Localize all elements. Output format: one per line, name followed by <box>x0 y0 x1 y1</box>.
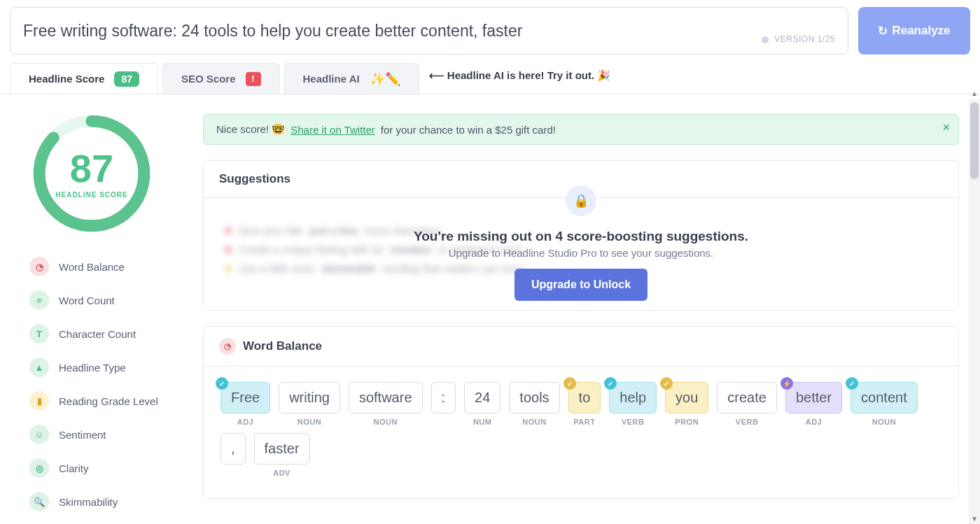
word-token: softwareNOUN <box>349 382 423 426</box>
word-token: , <box>220 433 246 477</box>
word-pos: NOUN <box>298 418 321 426</box>
word-box: tools <box>509 382 559 413</box>
headline-score-badge: 87 <box>114 71 139 87</box>
nav-icon: ◔ <box>29 257 49 276</box>
nav-item-character-count[interactable]: TCharacter Count <box>27 317 190 350</box>
tab-seo-score[interactable]: SEO Score <box>162 63 280 94</box>
nav-label: Clarity <box>59 462 89 474</box>
word-box: , <box>220 433 246 465</box>
upgrade-subtext: Upgrade to Headline Studio Pro to see yo… <box>449 247 714 259</box>
tab-headline-ai[interactable]: Headline AI ✨✏️ <box>284 63 419 94</box>
word-token: to✓PART <box>568 382 601 426</box>
word-token: : <box>431 382 456 426</box>
word-token: writingNOUN <box>279 382 340 426</box>
word-mark-icon: ✓ <box>604 377 617 390</box>
score-label: HEADLINE SCORE <box>55 191 127 199</box>
word-token: help✓VERB <box>609 382 657 426</box>
word-box: Free✓ <box>220 382 270 413</box>
word-box: better⚡ <box>785 382 842 413</box>
nav-label: Skimmability <box>59 496 118 508</box>
word-pos: NOUN <box>522 418 546 426</box>
word-token: fasterADV <box>254 433 310 477</box>
nav-item-word-balance[interactable]: ◔Word Balance <box>27 250 190 283</box>
nav-icon: 🔍 <box>29 492 49 511</box>
word-pos: VERB <box>736 418 759 426</box>
word-box: create <box>717 382 777 413</box>
upgrade-headline: You're missing out on 4 score-boosting s… <box>414 229 748 244</box>
nav-icon: ☺ <box>29 425 49 444</box>
nav-item-sentiment[interactable]: ☺Sentiment <box>27 418 190 451</box>
word-pos: VERB <box>622 418 645 426</box>
section-nav-list: ◔Word Balance≡Word CountTCharacter Count… <box>27 250 190 518</box>
word-box: software <box>349 382 423 413</box>
nav-icon: ▲ <box>29 357 49 377</box>
word-token: Free✓ADJ <box>220 382 270 426</box>
word-token: better⚡ADJ <box>785 382 842 426</box>
scroll-up-icon[interactable]: ▲ <box>969 90 980 97</box>
word-balance-card: ◔ Word Balance Free✓ADJwritingNOUNsoftwa… <box>203 326 959 499</box>
suggestions-card: Suggestions Give your title just a few m… <box>203 160 959 311</box>
word-box: content✓ <box>850 382 918 413</box>
word-balance-title: Word Balance <box>243 339 322 353</box>
reanalyze-button[interactable]: ↻ Reanalyze <box>858 7 970 55</box>
word-balance-body: Free✓ADJwritingNOUNsoftwareNOUN:24NUMtoo… <box>204 367 958 498</box>
version-label: VERSION 1/25 <box>762 34 835 44</box>
ai-pencil-icon: ✨✏️ <box>370 71 400 87</box>
word-mark-icon: ✓ <box>564 377 576 390</box>
nav-icon: T <box>29 324 49 344</box>
nav-item-headline-type[interactable]: ▲Headline Type <box>27 350 190 384</box>
scrollbar[interactable]: ▲ ▼ <box>969 99 980 524</box>
share-banner: Nice score! 🤓 Share it on Twitter for yo… <box>203 114 959 145</box>
score-number: 87 <box>70 149 113 188</box>
word-balance-icon: ◔ <box>219 338 236 355</box>
nav-label: Headline Type <box>59 362 126 374</box>
word-pos: PART <box>573 418 595 426</box>
upgrade-button[interactable]: Upgrade to Unlock <box>514 269 648 301</box>
headline-input-box[interactable]: Free writing software: 24 tools to help … <box>10 7 848 55</box>
word-token: content✓NOUN <box>850 382 918 426</box>
word-pos: PRON <box>675 418 699 426</box>
nav-label: Word Count <box>59 295 115 306</box>
word-box: : <box>431 382 456 413</box>
nav-label: Reading Grade Level <box>59 395 158 407</box>
tab-headline-score[interactable]: Headline Score 87 <box>10 63 158 94</box>
word-mark-icon: ✓ <box>846 377 858 390</box>
share-twitter-link[interactable]: Share it on Twitter <box>290 124 375 136</box>
nav-icon: ≡ <box>29 290 49 310</box>
word-pos: NUM <box>473 418 492 426</box>
left-sidebar: 87 HEADLINE SCORE ◔Word Balance≡Word Cou… <box>0 94 203 524</box>
upgrade-overlay: 🔒 You're missing out on 4 score-boosting… <box>204 198 958 310</box>
word-pos: ADJ <box>806 418 822 426</box>
scroll-down-icon[interactable]: ▼ <box>969 515 980 523</box>
ai-promo-text: ⟵ Headline AI is here! Try it out. 🎉 <box>429 69 611 87</box>
headline-text: Free writing software: 24 tools to help … <box>23 22 522 41</box>
nav-item-word-count[interactable]: ≡Word Count <box>27 283 190 317</box>
reanalyze-icon: ↻ <box>878 24 888 38</box>
history-icon <box>762 36 769 43</box>
nav-icon: ▮ <box>29 391 49 411</box>
word-mark-icon: ✓ <box>216 377 228 390</box>
word-pos: NOUN <box>872 418 896 426</box>
nav-item-skimmability[interactable]: 🔍Skimmability <box>27 485 190 518</box>
nav-label: Character Count <box>59 328 136 340</box>
word-pos: ADV <box>273 469 290 477</box>
nav-item-reading-grade-level[interactable]: ▮Reading Grade Level <box>27 384 190 418</box>
word-token: you✓PRON <box>665 382 708 426</box>
nav-label: Sentiment <box>59 429 106 441</box>
word-box: faster <box>254 433 310 465</box>
word-box: you✓ <box>665 382 708 413</box>
word-token: 24NUM <box>464 382 500 426</box>
word-box: writing <box>279 382 340 413</box>
score-ring: 87 HEADLINE SCORE <box>32 114 151 233</box>
banner-close-icon[interactable]: × <box>942 120 950 135</box>
nav-label: Word Balance <box>59 261 125 273</box>
word-token: createVERB <box>717 382 777 426</box>
nav-item-clarity[interactable]: ◎Clarity <box>27 451 190 485</box>
word-box: help✓ <box>609 382 657 413</box>
scroll-thumb[interactable] <box>970 102 979 179</box>
word-mark-icon: ✓ <box>660 377 673 390</box>
seo-warning-icon <box>246 72 261 86</box>
lock-icon: 🔒 <box>566 185 596 216</box>
word-pos: ADJ <box>237 418 254 426</box>
word-box: 24 <box>464 382 500 413</box>
